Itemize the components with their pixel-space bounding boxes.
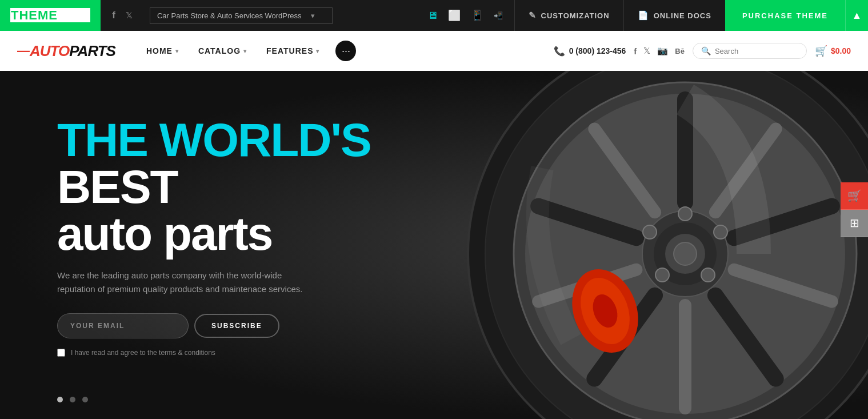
customization-label: CUSTOMIZATION — [541, 11, 610, 20]
chevron-up-icon: ▲ — [852, 10, 862, 22]
facebook-icon[interactable]: f — [112, 10, 115, 21]
terms-checkbox[interactable] — [57, 349, 65, 357]
hero-subtitle: We are the leading auto parts company wi… — [57, 269, 320, 296]
hero-dots — [57, 397, 88, 402]
instagram-nav-icon[interactable]: 📷 — [657, 46, 668, 56]
tablet-portrait-icon[interactable]: 📱 — [471, 9, 483, 22]
hero-email-input[interactable] — [57, 313, 189, 338]
svg-point-24 — [655, 268, 669, 282]
device-icons-area: 🖥 ⬜ 📱 📲 — [416, 9, 514, 22]
nav-social-icons: f 𝕏 📷 Bē — [634, 46, 685, 56]
hero-cyan-text: THE WORLD'S — [57, 114, 371, 166]
svg-point-23 — [701, 268, 715, 282]
phone-icon: 📞 — [554, 46, 565, 57]
hero-terms-area: I have read and agree to the terms & con… — [57, 349, 429, 357]
hero-title-line1: THE WORLD'S BEST — [57, 117, 429, 210]
nav-home-label: HOME — [146, 46, 173, 55]
search-input[interactable] — [715, 47, 795, 55]
docs-icon: 📄 — [638, 10, 649, 21]
hero-dot-2[interactable] — [70, 397, 75, 402]
theme-selector: Car Parts Store & Auto Services WordPres… — [144, 7, 416, 24]
logo-auto: AUTO — [30, 42, 69, 60]
online-docs-label: ONLINE DOCS — [654, 11, 711, 20]
desktop-icon[interactable]: 🖥 — [427, 10, 438, 22]
chevron-down-icon: ▾ — [316, 48, 319, 54]
hero-dot-1[interactable] — [57, 397, 63, 402]
hero-wheel — [457, 71, 868, 419]
side-cart-button[interactable]: 🛒 — [841, 182, 868, 210]
logo-dash: — — [17, 43, 30, 58]
nav-catalog-label: CATALOG — [198, 46, 241, 55]
logo-parts: PARTS — [69, 42, 115, 60]
svg-point-25 — [643, 225, 657, 239]
nav-right-area: 📞 0 (800) 123-456 f 𝕏 📷 Bē 🔍 🛒 $0.00 — [554, 43, 851, 59]
svg-point-21 — [678, 207, 692, 221]
cart-area[interactable]: 🛒 $0.00 — [815, 45, 851, 57]
hero-content: THE WORLD'S BEST auto parts We are the l… — [57, 117, 429, 357]
mobile-icon[interactable]: 📲 — [494, 11, 503, 20]
tablet-landscape-icon[interactable]: ⬜ — [448, 9, 461, 22]
online-docs-button[interactable]: 📄 ONLINE DOCS — [623, 0, 725, 31]
search-icon: 🔍 — [701, 46, 711, 55]
themerex-logo[interactable]: THEMEREX — [0, 0, 101, 31]
twitter-nav-icon[interactable]: 𝕏 — [643, 46, 650, 56]
site-logo[interactable]: — AUTO PARTS — [17, 42, 115, 60]
hero-section: THE WORLD'S BEST auto parts We are the l… — [0, 71, 868, 419]
facebook-nav-icon[interactable]: f — [634, 46, 637, 56]
chevron-down-icon: ▾ — [243, 48, 247, 54]
side-compare-button[interactable]: ⊞ — [841, 210, 868, 237]
social-icons-area: f 𝕏 — [101, 10, 144, 21]
nav-item-features[interactable]: FEATURES ▾ — [258, 42, 327, 60]
nav-features-label: FEATURES — [266, 46, 313, 55]
collapse-button[interactable]: ▲ — [845, 0, 868, 31]
cart-amount: $0.00 — [831, 46, 851, 55]
dots-icon: ··· — [342, 45, 350, 57]
compare-side-icon: ⊞ — [850, 216, 859, 230]
search-bar[interactable]: 🔍 — [693, 43, 807, 59]
theme-name: Car Parts Store & Auto Services WordPres… — [157, 11, 302, 20]
customization-button[interactable]: ✎ CUSTOMIZATION — [514, 0, 623, 31]
purchase-theme-button[interactable]: PURCHASE THEME — [725, 0, 845, 31]
chevron-down-icon: ▾ — [311, 11, 315, 20]
svg-point-20 — [674, 242, 697, 265]
hero-dot-3[interactable] — [82, 397, 88, 402]
side-floating-buttons: 🛒 ⊞ — [841, 182, 868, 237]
subscribe-button[interactable]: SUBSCRIBE — [194, 314, 279, 338]
customization-icon: ✎ — [529, 10, 537, 21]
svg-point-22 — [714, 225, 727, 239]
twitter-icon[interactable]: 𝕏 — [126, 10, 133, 21]
logo-text: THEMEREX — [10, 8, 90, 23]
theme-dropdown[interactable]: Car Parts Store & Auto Services WordPres… — [150, 7, 333, 24]
nav-more-button[interactable]: ··· — [335, 41, 356, 61]
cart-icon: 🛒 — [815, 45, 827, 57]
chevron-down-icon: ▾ — [175, 48, 179, 54]
nav-bar: — AUTO PARTS HOME ▾ CATALOG ▾ FEATURES ▾… — [0, 31, 868, 71]
cart-side-icon: 🛒 — [847, 189, 862, 202]
nav-item-home[interactable]: HOME ▾ — [138, 42, 187, 60]
behance-nav-icon[interactable]: Bē — [675, 47, 685, 55]
purchase-label: PURCHASE THEME — [742, 11, 828, 20]
terms-label: I have read and agree to the terms & con… — [71, 349, 215, 357]
nav-item-catalog[interactable]: CATALOG ▾ — [190, 42, 255, 60]
top-bar-right: ✎ CUSTOMIZATION 📄 ONLINE DOCS PURCHASE T… — [514, 0, 869, 31]
phone-area: 📞 0 (800) 123-456 — [554, 46, 626, 57]
hero-white-text: BEST — [57, 161, 178, 213]
phone-number: 0 (800) 123-456 — [569, 46, 626, 55]
main-nav-menu: HOME ▾ CATALOG ▾ FEATURES ▾ ··· — [138, 41, 554, 61]
hero-form: SUBSCRIBE — [57, 313, 429, 338]
top-bar: THEMEREX f 𝕏 Car Parts Store & Auto Serv… — [0, 0, 868, 31]
hero-title-line2: auto parts — [57, 210, 429, 257]
